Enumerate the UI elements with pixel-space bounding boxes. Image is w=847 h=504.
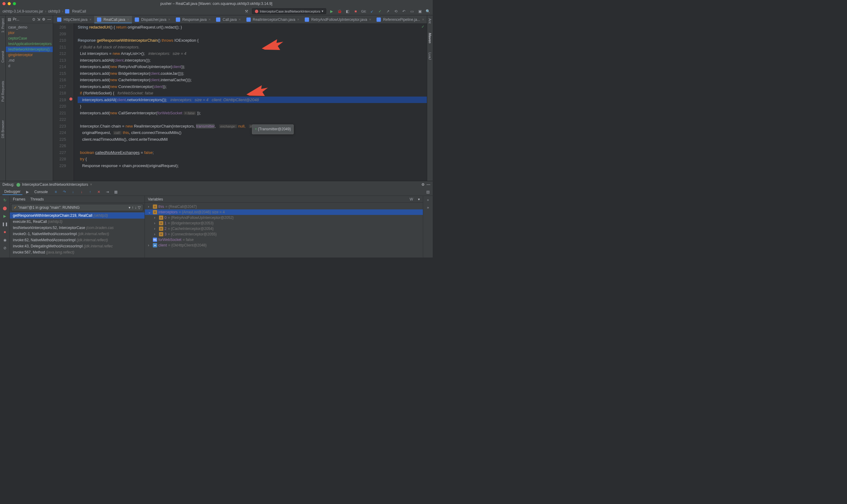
- tool-window-tab[interactable]: DB Browser: [1, 120, 5, 138]
- evaluate-icon[interactable]: ▦: [114, 190, 119, 194]
- breakpoint-icon[interactable]: [69, 97, 72, 101]
- close-tab-icon[interactable]: ×: [239, 17, 241, 22]
- project-header-label[interactable]: Pr...: [13, 17, 19, 21]
- expand-icon[interactable]: ›: [154, 216, 158, 220]
- stack-frame[interactable]: execute:81, RealCall (okhttp3): [10, 219, 144, 225]
- expand-icon[interactable]: ›: [154, 227, 158, 231]
- locate-icon[interactable]: ⊙: [32, 17, 35, 21]
- search-icon[interactable]: 🔍: [425, 9, 430, 14]
- step-out-icon[interactable]: ↑: [88, 190, 93, 194]
- git-update-icon[interactable]: ↙: [369, 9, 375, 14]
- breakpoints-icon[interactable]: ◉: [2, 238, 7, 242]
- more-icon[interactable]: »: [426, 205, 431, 210]
- hide-icon[interactable]: —: [427, 182, 430, 187]
- stop-icon[interactable]: ■: [2, 230, 7, 235]
- window-controls[interactable]: [2, 2, 16, 5]
- tool-window-tab[interactable]: LuaJ: [428, 52, 432, 60]
- pause-icon[interactable]: ❚❚: [2, 222, 7, 227]
- maximize-window-icon[interactable]: [13, 2, 16, 5]
- close-tab-icon[interactable]: ×: [89, 17, 91, 22]
- close-tab-icon[interactable]: ×: [297, 17, 299, 22]
- stack-frame[interactable]: invoke:43, DelegatingMethodAccessorImpl …: [10, 243, 144, 249]
- stack-frame[interactable]: invoke0:-1, NativeMethodAccessorImpl (jd…: [10, 231, 144, 237]
- run-button[interactable]: ▶: [329, 9, 334, 14]
- inspection-ok-icon[interactable]: ✓: [421, 24, 425, 29]
- tool-window-tab[interactable]: Maven: [428, 33, 432, 43]
- variable-row[interactable]: 01 forWebSocket = false: [145, 237, 423, 242]
- gutter-marks[interactable]: [68, 23, 74, 181]
- next-frame-icon[interactable]: ↓: [135, 205, 137, 210]
- expand-icon[interactable]: ›: [154, 221, 158, 225]
- frames-tab[interactable]: Frames: [13, 197, 25, 201]
- ide-more-icon[interactable]: ▣: [417, 9, 422, 14]
- close-tab-icon[interactable]: ×: [208, 17, 210, 22]
- variable-row[interactable]: ›≡ 2 = {CacheInterceptor@2054}: [145, 226, 423, 232]
- expand-all-icon[interactable]: ⇲: [37, 17, 40, 21]
- editor-tab[interactable]: HttpClient.java×: [54, 16, 94, 23]
- tree-item[interactable]: d: [6, 63, 53, 69]
- stack-frame[interactable]: getResponseWithInterceptorChain:219, Rea…: [10, 213, 144, 219]
- ide-settings-icon[interactable]: ▭: [409, 9, 414, 14]
- tree-item[interactable]: testApplicationInterceptors: [6, 41, 53, 47]
- tool-window-tab[interactable]: Ant: [428, 18, 432, 24]
- editor-tab[interactable]: Response.java×: [173, 16, 213, 23]
- editor-tab[interactable]: Dispatcher.java×: [132, 16, 173, 23]
- git-rollback-icon[interactable]: ↶: [401, 9, 406, 14]
- debugger-tab[interactable]: Debugger: [2, 189, 22, 195]
- editor-tab[interactable]: ReferencePipeline.ja...×: [374, 16, 427, 23]
- coverage-button[interactable]: ◧: [345, 9, 350, 14]
- stop-button[interactable]: ■: [353, 9, 358, 14]
- threads-tab[interactable]: Threads: [30, 197, 44, 201]
- hide-icon[interactable]: —: [47, 17, 51, 21]
- git-history-icon[interactable]: ⟲: [394, 9, 398, 14]
- expand-icon[interactable]: ›: [154, 232, 158, 236]
- force-step-into-icon[interactable]: ↓: [79, 190, 84, 194]
- editor-tab[interactable]: RetryAndFollowUpInterceptor.java×: [302, 16, 374, 23]
- variable-row[interactable]: ⌄≡ interceptors = {ArrayList@2046} size …: [145, 210, 423, 215]
- prev-frame-icon[interactable]: ↑: [132, 205, 134, 210]
- minimize-window-icon[interactable]: [8, 2, 11, 5]
- stack-frame[interactable]: invoke:567, Method (java.lang.reflect): [10, 249, 144, 255]
- thread-select[interactable]: ✓ "main"@1 in group "main": RUNNING ▾ ↑ …: [11, 204, 143, 211]
- stack-frame[interactable]: testNetworkInterceptors:52, InterceptorC…: [10, 225, 144, 231]
- step-over-icon[interactable]: ↷: [62, 190, 67, 194]
- expand-icon[interactable]: ⌄: [148, 210, 152, 214]
- run-configuration-select[interactable]: ⬤ InterceptorCase.testNetworkInterceptor…: [252, 8, 326, 14]
- git-commit-icon[interactable]: ✓: [378, 9, 382, 14]
- tree-item[interactable]: testNetworkInterceptors():: [6, 47, 53, 52]
- debug-session-label[interactable]: InterceptorCase.testNetworkInterceptors: [22, 182, 88, 187]
- variable-row[interactable]: ›≡ 0 = {RetryAndFollowUpInterceptor@2052…: [145, 215, 423, 220]
- tree-item[interactable]: .md: [6, 58, 53, 63]
- editor-tab[interactable]: RealCall.java×: [94, 16, 132, 23]
- add-watch-icon[interactable]: +: [426, 198, 431, 203]
- close-window-icon[interactable]: [2, 2, 5, 5]
- close-tab-icon[interactable]: ×: [369, 17, 371, 22]
- editor-tab[interactable]: Call.java×: [213, 16, 243, 23]
- close-tab-icon[interactable]: ×: [422, 17, 424, 22]
- rerun-icon[interactable]: ↻: [2, 198, 7, 203]
- tool-window-tab[interactable]: Commit: [1, 51, 5, 62]
- tool-window-tab[interactable]: 1: Project: [1, 18, 5, 33]
- tool-window-tab[interactable]: Pull Requests: [1, 81, 5, 102]
- code-editor[interactable]: String redactedUrl() { return originalRe…: [74, 23, 427, 181]
- expand-icon[interactable]: ›: [148, 204, 152, 209]
- variable-row[interactable]: ›≡ 1 = {BridgeInterceptor@2053}: [145, 220, 423, 226]
- drop-frame-icon[interactable]: ✕: [97, 190, 101, 194]
- variable-row[interactable]: ›≡ 3 = {ConnectInterceptor@2055}: [145, 232, 423, 237]
- run-to-cursor-icon[interactable]: ⇥: [105, 190, 110, 194]
- close-tab-icon[interactable]: ×: [90, 182, 92, 187]
- layout-icon[interactable]: ▤: [425, 190, 430, 194]
- gear-icon[interactable]: ⚙: [42, 17, 46, 21]
- breadcrumb[interactable]: RealCall: [72, 9, 86, 14]
- tree-item[interactable]: ceptorCase: [6, 36, 53, 41]
- tree-item[interactable]: ptor: [6, 30, 53, 36]
- mute-bp-icon[interactable]: ⊘: [2, 246, 7, 250]
- gear-icon[interactable]: ⚙: [421, 182, 425, 187]
- chevron-down-icon[interactable]: ▾: [418, 197, 420, 201]
- debug-button[interactable]: 🐞: [337, 9, 342, 14]
- stack-frame[interactable]: invoke:62, NativeMethodAccessorImpl (jdk…: [10, 237, 144, 243]
- git-push-icon[interactable]: ↗: [385, 9, 390, 14]
- tree-item[interactable]: case_demo: [6, 24, 53, 30]
- close-tab-icon[interactable]: ×: [127, 17, 129, 22]
- build-icon[interactable]: ⚒: [244, 9, 249, 14]
